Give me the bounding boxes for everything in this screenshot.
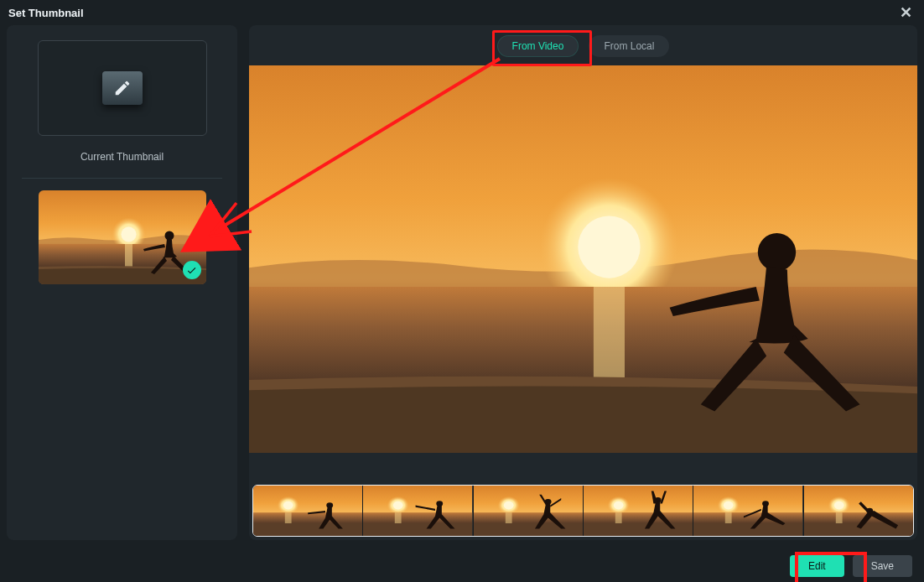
timeline-panel bbox=[249, 485, 917, 540]
timeline-frame[interactable] bbox=[803, 486, 913, 536]
edit-button[interactable]: Edit bbox=[790, 555, 844, 577]
right-panel: From Video From Local bbox=[249, 25, 917, 540]
current-thumbnail-label: Current Thumbnail bbox=[80, 151, 164, 163]
candidate-thumbnail[interactable] bbox=[39, 190, 206, 284]
frame-preview bbox=[249, 65, 917, 453]
timeline-frame[interactable] bbox=[473, 486, 583, 536]
timeline-frame[interactable] bbox=[693, 486, 802, 536]
divider bbox=[22, 178, 222, 179]
close-icon[interactable]: ✕ bbox=[900, 5, 912, 20]
timeline-frame[interactable] bbox=[362, 486, 472, 536]
left-panel: Current Thumbnail bbox=[7, 25, 237, 540]
timeline-scrubber[interactable] bbox=[252, 485, 914, 537]
save-button[interactable]: Save bbox=[853, 555, 912, 577]
tab-from-local[interactable]: From Local bbox=[589, 35, 669, 57]
timeline-frame[interactable] bbox=[253, 486, 362, 536]
source-tabs: From Video From Local bbox=[249, 25, 917, 65]
current-thumbnail-slot[interactable] bbox=[38, 40, 207, 136]
tab-from-video[interactable]: From Video bbox=[497, 35, 579, 57]
check-icon bbox=[183, 261, 201, 279]
dialog-title: Set Thumbnail bbox=[8, 7, 84, 19]
dialog-footer: Edit Save bbox=[790, 555, 912, 577]
timeline-frame[interactable] bbox=[583, 486, 693, 536]
pencil-icon bbox=[102, 71, 143, 105]
preview-footer-gap bbox=[249, 453, 917, 471]
